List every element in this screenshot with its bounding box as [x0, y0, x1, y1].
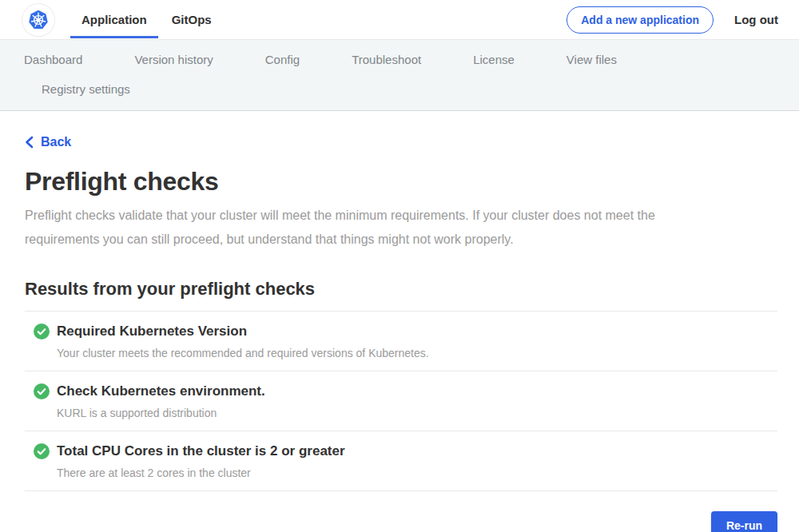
add-new-application-button[interactable]: Add a new application	[566, 6, 714, 34]
check-message: KURL is a supported distribution	[57, 407, 265, 419]
chevron-left-icon	[25, 136, 34, 149]
preflight-check-row: Total CPU Cores in the cluster is 2 or g…	[25, 431, 777, 491]
app-header: Application GitOps Add a new application…	[0, 0, 799, 40]
subnav-item-version-history[interactable]: Version history	[134, 53, 213, 66]
subnav-item-dashboard[interactable]: Dashboard	[24, 53, 82, 66]
primary-tabs: Application GitOps	[70, 0, 223, 40]
kubernetes-logo-icon	[22, 4, 54, 36]
app-subnav: Dashboard Version history Config Trouble…	[0, 40, 799, 111]
success-check-icon	[34, 324, 50, 339]
success-check-icon	[34, 443, 50, 459]
preflight-results-list: Required Kubernetes Version Your cluster…	[25, 311, 777, 491]
results-heading: Results from your preflight checks	[25, 279, 777, 300]
tab-application[interactable]: Application	[70, 0, 158, 40]
preflight-page: Back Preflight checks Preflight checks v…	[0, 111, 799, 532]
tab-gitops[interactable]: GitOps	[161, 0, 223, 40]
subnav-item-troubleshoot[interactable]: Troubleshoot	[352, 53, 421, 66]
subnav-row-2: Registry settings	[0, 74, 799, 104]
check-content: Total CPU Cores in the cluster is 2 or g…	[57, 443, 345, 479]
subnav-item-registry-settings[interactable]: Registry settings	[42, 82, 130, 96]
check-title: Check Kubernetes environment.	[57, 383, 265, 399]
page-description: Preflight checks validate that your clus…	[25, 204, 777, 252]
check-content: Check Kubernetes environment. KURL is a …	[57, 383, 265, 419]
preflight-check-row: Required Kubernetes Version Your cluster…	[25, 312, 777, 371]
subnav-row-1: Dashboard Version history Config Trouble…	[0, 45, 799, 74]
preflight-check-row: Check Kubernetes environment. KURL is a …	[25, 371, 777, 431]
subnav-item-license[interactable]: License	[473, 53, 515, 66]
success-check-icon	[34, 383, 50, 399]
check-title: Required Kubernetes Version	[57, 324, 429, 339]
logout-link[interactable]: Log out	[734, 13, 778, 26]
page-title: Preflight checks	[25, 167, 777, 197]
check-title: Total CPU Cores in the cluster is 2 or g…	[57, 443, 345, 459]
back-link[interactable]: Back	[25, 135, 71, 149]
back-label: Back	[41, 135, 71, 149]
subnav-item-view-files[interactable]: View files	[566, 53, 617, 66]
page-footer: Re-run	[25, 511, 777, 532]
check-message: Your cluster meets the recommended and r…	[57, 347, 429, 359]
check-content: Required Kubernetes Version Your cluster…	[57, 324, 429, 359]
check-message: There are at least 2 cores in the cluste…	[57, 466, 345, 479]
rerun-button[interactable]: Re-run	[711, 511, 777, 532]
subnav-item-config[interactable]: Config	[265, 53, 300, 66]
